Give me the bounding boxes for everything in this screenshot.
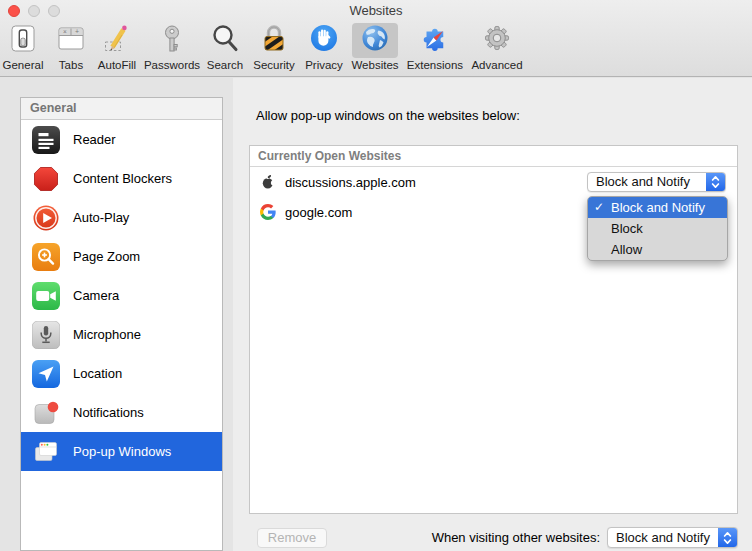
sidebar-item-label: Page Zoom (73, 249, 140, 264)
toolbar-tab-passwords[interactable]: Passwords (142, 23, 202, 75)
toolbar-tab-search[interactable]: Search (203, 23, 247, 75)
notifications-icon (32, 399, 60, 427)
apple-icon (260, 174, 276, 190)
sidebar-item-notifications[interactable]: Notifications (21, 393, 222, 432)
updown-chevrons-icon (718, 528, 737, 547)
sidebar-item-label: Location (73, 366, 122, 381)
sidebar-item-location[interactable]: Location (21, 354, 222, 393)
table-section-header: Currently Open Websites (250, 146, 737, 167)
menu-item-label: Block (611, 221, 643, 236)
menu-item-allow[interactable]: Allow (588, 239, 727, 260)
toolbar-label: Security (253, 59, 295, 71)
svg-text:+: + (75, 28, 79, 35)
toolbar-label: Websites (351, 59, 398, 71)
menu-item-label: Allow (611, 242, 642, 257)
toolbar-tab-tabs[interactable]: × + Tabs (50, 23, 92, 75)
updown-chevrons-icon (706, 173, 725, 191)
sidebar-item-popup-windows[interactable]: Pop-up Windows (21, 432, 222, 471)
menu-item-block[interactable]: Block (588, 218, 727, 239)
passwords-icon (156, 23, 188, 59)
sidebar-item-label: Pop-up Windows (73, 444, 171, 459)
sidebar-item-reader[interactable]: Reader (21, 120, 222, 159)
site-setting-popup[interactable]: Block and Notify (587, 172, 726, 192)
auto-play-icon (32, 204, 60, 232)
toolbar-label: General (3, 59, 44, 71)
camera-icon (32, 282, 60, 310)
websites-icon (359, 23, 391, 59)
sidebar-item-camera[interactable]: Camera (21, 276, 222, 315)
autofill-icon (101, 23, 133, 59)
safari-preferences-window: Websites General × + (0, 0, 752, 551)
when-visiting-popup[interactable]: Block and Notify (607, 527, 738, 548)
sidebar-item-microphone[interactable]: Microphone (21, 315, 222, 354)
page-zoom-icon (32, 243, 60, 271)
table-row[interactable]: discussions.apple.com Block and Notify (250, 167, 737, 197)
toolbar-label: Privacy (305, 59, 343, 71)
sidebar-item-label: Camera (73, 288, 119, 303)
svg-text:×: × (63, 27, 67, 34)
content-blockers-icon (32, 165, 60, 193)
extensions-icon (419, 23, 451, 59)
toolbar-label: Search (207, 59, 243, 71)
security-icon (258, 23, 290, 59)
toolbar-tab-general[interactable]: General (0, 23, 46, 75)
toolbar-tab-privacy[interactable]: Privacy (301, 23, 347, 75)
checkmark-icon: ✓ (594, 197, 604, 218)
sidebar: General Reader (20, 97, 223, 551)
sidebar-item-label: Microphone (73, 327, 141, 342)
popup-menu: ✓ Block and Notify Block Allow (587, 196, 728, 261)
tabs-icon: × + (55, 23, 87, 59)
toolbar-tab-security[interactable]: Security (247, 23, 301, 75)
toolbar-tab-advanced[interactable]: Advanced (467, 23, 527, 75)
google-icon (260, 204, 276, 220)
sidebar-section-header: General (21, 98, 222, 120)
sidebar-item-label: Notifications (73, 405, 144, 420)
remove-button[interactable]: Remove (257, 528, 327, 548)
window-title: Websites (0, 3, 752, 18)
site-name: google.com (285, 205, 352, 220)
menu-item-block-and-notify[interactable]: ✓ Block and Notify (588, 197, 727, 218)
window-chrome: Websites General × + (0, 0, 752, 77)
popup-windows-icon (32, 438, 60, 466)
general-icon (7, 23, 39, 59)
site-name: discussions.apple.com (285, 175, 416, 190)
toolbar-label: Extensions (407, 59, 463, 71)
privacy-icon (308, 23, 340, 59)
menu-item-label: Block and Notify (611, 200, 705, 215)
search-icon (209, 23, 241, 59)
advanced-icon (481, 23, 513, 59)
pane-heading: Allow pop-up windows on the websites bel… (256, 108, 520, 123)
sidebar-item-content-blockers[interactable]: Content Blockers (21, 159, 222, 198)
toolbar-label: Tabs (59, 59, 83, 71)
toolbar-tab-websites[interactable]: Websites (347, 23, 403, 75)
location-icon (32, 360, 60, 388)
toolbar-label: Advanced (471, 59, 522, 71)
when-visiting-label: When visiting other websites: (432, 530, 600, 545)
popup-value: Block and Notify (588, 173, 706, 191)
toolbar-label: Passwords (144, 59, 200, 71)
microphone-icon (32, 321, 60, 349)
toolbar-tab-autofill[interactable]: AutoFill (92, 23, 142, 75)
toolbar-label: AutoFill (98, 59, 136, 71)
toolbar-tab-extensions[interactable]: Extensions (403, 23, 467, 75)
sidebar-item-label: Auto-Play (73, 210, 129, 225)
reader-icon (32, 126, 60, 154)
popup-value: Block and Notify (608, 528, 718, 547)
sidebar-item-label: Reader (73, 132, 116, 147)
sidebar-item-label: Content Blockers (73, 171, 172, 186)
sidebar-item-page-zoom[interactable]: Page Zoom (21, 237, 222, 276)
sidebar-item-auto-play[interactable]: Auto-Play (21, 198, 222, 237)
